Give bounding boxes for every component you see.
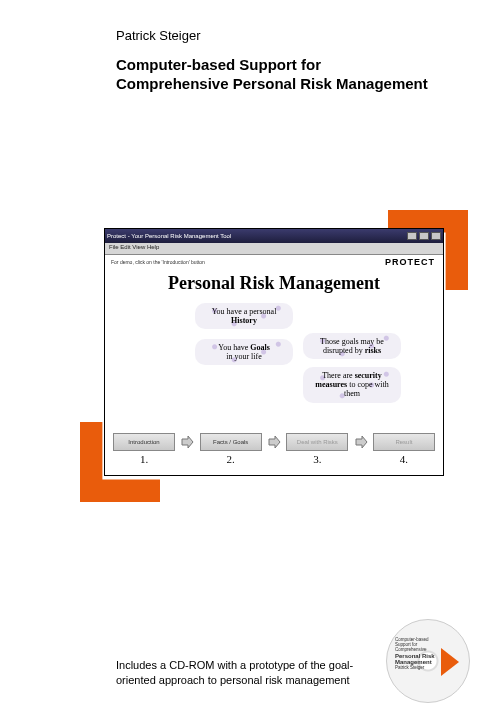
step-2-number: 2. [227,453,235,465]
app-content: For demo, click on the 'Introduction' bu… [105,255,443,475]
minimize-icon[interactable] [407,232,417,240]
arrow-right-icon [354,435,368,449]
cd-text-line-2: oriented approach to personal risk manag… [116,674,350,686]
cd-label: Computer-based Support for Comprehensive… [395,638,441,671]
menu-bar[interactable]: File Edit View Help [105,243,443,255]
close-icon[interactable] [431,232,441,240]
instruction-text: For demo, click on the 'Introduction' bu… [111,259,205,265]
cd-rom-icon: Computer-based Support for Comprehensive… [386,619,470,703]
chevron-right-icon [441,648,459,676]
cd-description: Includes a CD-ROM with a prototype of th… [116,658,353,687]
title-line-2: Comprehensive Personal Risk Management [116,75,428,92]
window-titlebar: Protect - Your Personal Risk Management … [105,229,443,243]
step-3-button[interactable]: Deal with Risks [286,433,348,451]
arrow-right-icon [180,435,194,449]
step-2: Facts / Goals 2. [200,433,262,465]
step-4-button[interactable]: Result [373,433,435,451]
step-1-button[interactable]: Introduction [113,433,175,451]
cloud-goals: You have Goals in your life [195,339,293,365]
window-title: Protect - Your Personal Risk Management … [107,233,231,239]
step-4-number: 4. [400,453,408,465]
step-1: Introduction 1. [113,433,175,465]
arrow-right-icon [267,435,281,449]
step-2-button[interactable]: Facts / Goals [200,433,262,451]
cloud-risks: Those goals may be disrupted by risks [303,333,401,359]
step-3-number: 3. [313,453,321,465]
step-1-number: 1. [140,453,148,465]
app-brand-logo: PROTECT [385,257,435,267]
step-3: Deal with Risks 3. [286,433,348,465]
author-name: Patrick Steiger [116,28,201,43]
app-window: Protect - Your Personal Risk Management … [104,228,444,476]
book-cover: Patrick Steiger Computer-based Support f… [0,0,500,727]
cloud-history: You have a personal History [195,303,293,329]
title-line-1: Computer-based Support for [116,56,321,73]
window-controls [407,232,441,240]
book-title: Computer-based Support for Comprehensive… [116,56,428,94]
cd-text-line-1: Includes a CD-ROM with a prototype of th… [116,659,353,671]
app-headline: Personal Risk Management [105,273,443,294]
step-4: Result 4. [373,433,435,465]
step-bar: Introduction 1. Facts / Goals 2. Deal wi… [113,433,435,465]
cloud-measures: There are security measures to cope with… [303,367,401,403]
maximize-icon[interactable] [419,232,429,240]
